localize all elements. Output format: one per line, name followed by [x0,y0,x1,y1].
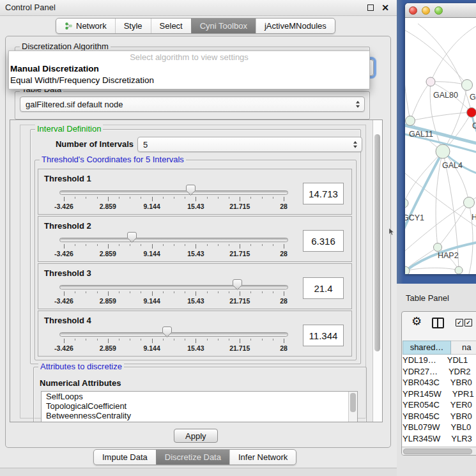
tick-mark [97,339,98,341]
cell-shared-name[interactable]: YER054C [403,399,440,411]
tick-label: 28 [280,297,288,305]
tab-network[interactable]: Network [56,19,115,33]
numerical-attributes-list[interactable]: SelfLoopsTopologicalCoefficientBetweenne… [41,391,358,422]
cell-shared-name[interactable]: YLR345W [403,433,440,445]
tick-label: 21.715 [229,203,250,210]
slider-thumb[interactable] [127,232,137,243]
algorithm-option-manual-discretization[interactable]: Manual Discretization [9,63,369,75]
cell-shared-name[interactable]: YBR045C [403,411,440,422]
network-node-gal4[interactable] [436,144,450,158]
list-scrollbar[interactable] [348,392,357,422]
cell-name[interactable]: YBR0 [440,411,476,422]
threshold-row-2: Threshold 2-3.4262.8599.14415.4321.71528… [38,216,352,262]
network-canvas[interactable]: GAL80GACGAL11GAL4GCY1HHAP2 [405,17,476,274]
network-window-titlebar[interactable] [405,3,476,18]
slider-thumb[interactable] [162,326,172,337]
tick-label: 28 [280,250,288,257]
threshold-value-field[interactable]: 14.713 [303,183,344,204]
gear-icon[interactable]: ⚙ [411,314,422,328]
tab-cyni-toolbox[interactable]: Cyni Toolbox [191,19,256,33]
algorithm-option-equal-width-frequency-discretization[interactable]: Equal Width/Frequency Discretization [9,75,369,86]
cell-name[interactable]: YBL0 [440,422,476,433]
network-node-gal80[interactable] [426,77,435,86]
column-header-shared-name[interactable]: shared… [403,341,451,355]
tick-mark [196,291,196,296]
popup-prompt-item[interactable]: Select algorithm to view settings [9,51,369,63]
slider-thumb[interactable] [186,185,196,196]
float-window-icon[interactable] [367,4,374,11]
column-layout-icon[interactable] [432,318,444,328]
tick-label: 28 [280,344,288,352]
cell-name[interactable]: YDR2 [438,366,476,378]
apply-button[interactable]: Apply [174,429,218,443]
vertical-scrollbar[interactable] [372,120,382,422]
cell-shared-name[interactable]: YBL079W [403,422,440,433]
tab-infer-network[interactable]: Infer Network [229,450,296,464]
cell-shared-name[interactable]: YDL19… [403,355,436,366]
list-item-topologicalcoefficient[interactable]: TopologicalCoefficient [42,401,357,411]
slider-thumb[interactable] [233,279,242,290]
zoom-traffic-light[interactable] [434,6,443,15]
column-header-name[interactable]: na [451,341,476,355]
cell-shared-name[interactable]: YBR043C [403,377,440,388]
threshold-value-field[interactable]: 6.316 [303,230,344,252]
tab-discretize-data[interactable]: Discretize Data [156,450,229,464]
tick-mark [130,339,130,341]
network-icon [65,22,73,30]
cell-shared-name[interactable]: YPR145W [403,388,441,400]
tick-mark [119,339,119,341]
tick-mark [174,291,174,293]
cell-name[interactable]: YBR0 [440,377,476,388]
threshold-value-field[interactable]: 11.344 [303,325,344,346]
table-row[interactable]: YER054CYER0 [403,399,476,411]
network-node-h[interactable] [464,197,475,208]
network-node-ga[interactable] [462,80,473,91]
tick-mark [108,244,109,249]
network-node-hap2[interactable] [434,243,442,252]
network-node-gal11[interactable] [406,116,415,126]
tick-mark [229,291,229,293]
table-row[interactable]: YLR345WYLR3 [403,433,476,445]
network-node[interactable] [455,266,463,274]
tick-label: 9.144 [143,344,160,352]
network-node-c[interactable] [467,108,476,118]
vertical-scrollbar-thumb[interactable] [374,134,380,351]
table-row[interactable]: YBR045CYBR0 [403,411,476,422]
threshold-row-3: Threshold 3-3.4262.8599.14415.4321.71528… [38,263,352,309]
tab-jactivemnodules[interactable]: jActiveMNodules [256,19,335,33]
tick-mark [163,339,164,341]
tab-label: Infer Network [238,450,288,464]
table-row[interactable]: YPR145WYPR1 [403,388,476,400]
close-traffic-light[interactable] [409,6,417,15]
cell-name[interactable]: YPR1 [441,388,476,400]
checkbox-icon[interactable]: ✓ [456,319,463,326]
close-icon[interactable]: ✕ [381,1,389,14]
minimize-traffic-light[interactable] [422,6,430,15]
network-edge [405,29,467,85]
checkbox-icon[interactable]: ✓ [464,319,472,326]
table-row[interactable]: YBL079WYBL0 [403,422,476,433]
tab-style[interactable]: Style [115,19,151,33]
list-item-selfloops[interactable]: SelfLoops [42,392,357,401]
network-node-gcy1[interactable] [405,199,408,208]
tick-mark [229,244,229,246]
tab-impute-data[interactable]: Impute Data [94,450,156,464]
horizontal-scrollbar-thumb[interactable] [403,449,472,454]
table-data-combobox[interactable]: galFiltered.sif default node [20,96,365,112]
control-panel-titlebar[interactable]: Control Panel ✕ [0,0,397,16]
tick-mark [119,244,119,246]
tick-mark [119,197,119,199]
table-row[interactable]: YDR27…YDR2 [403,366,476,378]
cell-name[interactable]: YLR3 [440,433,476,445]
list-item-betweennesscentrality[interactable]: BetweennessCentrality [42,411,357,420]
tick-mark [196,339,196,343]
cell-name[interactable]: YER0 [440,399,476,411]
threshold-value-field[interactable]: 21.4 [303,277,344,299]
cell-name[interactable]: YDL1 [436,355,476,366]
cell-shared-name[interactable]: YDR27… [403,366,438,378]
horizontal-scrollbar[interactable] [402,447,476,456]
tab-select[interactable]: Select [151,19,191,33]
list-scrollbar-thumb[interactable] [350,393,356,412]
table-row[interactable]: YDL19…YDL1 [403,355,476,366]
table-row[interactable]: YBR043CYBR0 [403,377,476,388]
